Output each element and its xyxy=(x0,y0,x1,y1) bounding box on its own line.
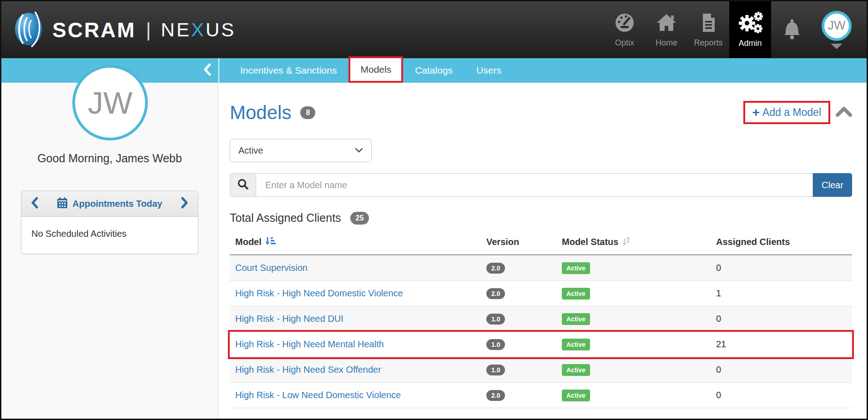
assigned-clients-value: 0 xyxy=(716,314,721,324)
version-badge: 2.0 xyxy=(486,390,505,401)
table-row: Court Supervision 2.0 Active 0 xyxy=(230,255,852,281)
models-table-body: Court Supervision 2.0 Active 0 High Risk… xyxy=(230,255,852,408)
assigned-clients-value: 0 xyxy=(716,263,721,273)
sidebar-avatar-initials: JW xyxy=(88,85,132,120)
column-header-assigned-clients: Assigned Clients xyxy=(716,236,852,248)
tab-models[interactable]: Models xyxy=(348,56,403,83)
sort-arrows-icon xyxy=(622,236,631,248)
table-row: High Risk - Low Need Domestic Violence 2… xyxy=(230,383,852,408)
avatar-initials: JW xyxy=(828,19,846,33)
version-badge: 2.0 xyxy=(486,288,505,299)
subnav-tabs: Incentives & Sanctions Models Catalogs U… xyxy=(228,58,513,83)
brand-logo: SCRAM | NEXUS xyxy=(1,11,236,49)
app-window: SCRAM | NEXUS Optix xyxy=(0,0,868,420)
models-count-badge: 8 xyxy=(300,106,315,119)
table-row: High Risk - High Need Mental Health 1.0 … xyxy=(230,332,852,357)
model-name-link[interactable]: High Risk - High Need DUI xyxy=(235,314,343,324)
search-icon xyxy=(237,178,249,192)
version-badge: 1.0 xyxy=(486,365,505,375)
brand-nexus-text: NEXUS xyxy=(161,19,236,41)
add-model-button[interactable]: + Add a Model xyxy=(752,106,822,119)
nav-item-label: Home xyxy=(656,38,677,48)
nav-item-label: Optix xyxy=(615,38,634,48)
brand-scram-text: SCRAM xyxy=(52,18,136,42)
notifications-button[interactable] xyxy=(771,1,813,58)
home-icon xyxy=(656,12,677,35)
clear-search-button[interactable]: Clear xyxy=(813,173,852,197)
status-badge: Active xyxy=(562,262,590,274)
model-search-input[interactable] xyxy=(256,173,813,197)
model-name-link[interactable]: High Risk - Low Need Domestic Violence xyxy=(235,390,401,400)
nav-item-reports[interactable]: Reports xyxy=(687,1,729,58)
column-header-model[interactable]: Model xyxy=(235,236,486,248)
user-menu[interactable]: JW xyxy=(813,1,860,58)
sidebar-avatar: JW xyxy=(72,65,148,140)
nav-item-home[interactable]: Home xyxy=(646,1,687,58)
assigned-clients-value: 0 xyxy=(716,365,721,375)
model-name-link[interactable]: High Risk - High Need Domestic Violence xyxy=(235,288,403,298)
models-table-header: Model Version xyxy=(230,236,852,255)
subnav-divider xyxy=(218,58,219,83)
version-badge: 2.0 xyxy=(486,263,505,274)
calendar-icon xyxy=(57,197,68,210)
gears-icon xyxy=(737,11,763,36)
nav-item-label: Reports xyxy=(694,38,722,48)
nav-item-optix[interactable]: Optix xyxy=(604,1,646,58)
sort-amount-icon xyxy=(265,236,276,248)
status-badge: Active xyxy=(562,288,590,300)
models-actions: + Add a Model xyxy=(743,101,853,124)
tab-incentives-sanctions[interactable]: Incentives & Sanctions xyxy=(228,58,348,83)
avatar: JW xyxy=(822,11,852,41)
caret-down-icon xyxy=(831,44,843,49)
status-badge: Active xyxy=(562,390,590,401)
table-row: High Risk - High Need Sex Offender 1.0 A… xyxy=(230,357,852,383)
brand-nexus-x: X xyxy=(191,19,206,40)
previous-day-button[interactable] xyxy=(30,197,39,210)
status-badge: Active xyxy=(562,339,590,350)
models-title-row: Models 8 + Add a Model xyxy=(230,101,852,124)
nav-item-label: Admin xyxy=(738,39,762,48)
models-title-group: Models 8 xyxy=(230,102,315,124)
page-title: Models xyxy=(230,102,291,124)
next-day-button[interactable] xyxy=(181,197,189,210)
models-panel: Models 8 + Add a Model Active xyxy=(218,83,867,420)
version-badge: 1.0 xyxy=(486,314,505,325)
tab-catalogs[interactable]: Catalogs xyxy=(403,58,464,83)
plus-icon: + xyxy=(752,108,760,117)
status-badge: Active xyxy=(562,364,590,376)
models-table: Model Version xyxy=(230,236,852,408)
version-badge: 1.0 xyxy=(486,339,505,350)
collapse-sidebar-icon[interactable] xyxy=(203,63,212,78)
add-model-label: Add a Model xyxy=(762,106,821,119)
top-navigation: Optix Home xyxy=(604,1,867,58)
appointments-title: Appointments Today xyxy=(72,199,162,209)
tab-users[interactable]: Users xyxy=(464,58,513,83)
model-search-group: Clear xyxy=(230,173,852,197)
assigned-clients-value: 21 xyxy=(716,339,726,349)
status-badge: Active xyxy=(562,313,590,325)
chevron-down-icon xyxy=(355,146,363,155)
search-icon-addon xyxy=(230,173,256,197)
total-assigned-label: Total Assigned Clients xyxy=(230,211,341,225)
status-filter-value: Active xyxy=(238,145,263,156)
column-header-version: Version xyxy=(486,236,562,248)
column-header-model-status[interactable]: Model Status xyxy=(562,236,716,248)
nav-item-admin[interactable]: Admin xyxy=(729,1,771,58)
content-area: JW Good Morning, James Webb xyxy=(1,83,867,420)
document-icon xyxy=(697,12,719,35)
appointments-card-header: Appointments Today xyxy=(21,191,198,217)
collapse-panel-button[interactable] xyxy=(836,106,852,119)
assigned-clients-value: 0 xyxy=(716,390,721,400)
scram-sphere-icon xyxy=(14,11,45,49)
table-row: High Risk - High Need DUI 1.0 Active 0 xyxy=(230,306,852,332)
status-filter-select[interactable]: Active xyxy=(230,139,372,162)
gauge-icon xyxy=(614,12,636,35)
appointments-empty-message: No Scheduled Activities xyxy=(21,217,198,254)
model-name-link[interactable]: High Risk - High Need Mental Health xyxy=(235,339,384,349)
model-name-link[interactable]: Court Supervision xyxy=(235,263,308,273)
assigned-clients-value: 1 xyxy=(716,288,721,298)
add-model-highlight-box: + Add a Model xyxy=(743,101,831,124)
brand-divider: | xyxy=(146,19,151,41)
model-name-link[interactable]: High Risk - High Need Sex Offender xyxy=(235,365,381,375)
top-header-bar: SCRAM | NEXUS Optix xyxy=(1,1,867,58)
